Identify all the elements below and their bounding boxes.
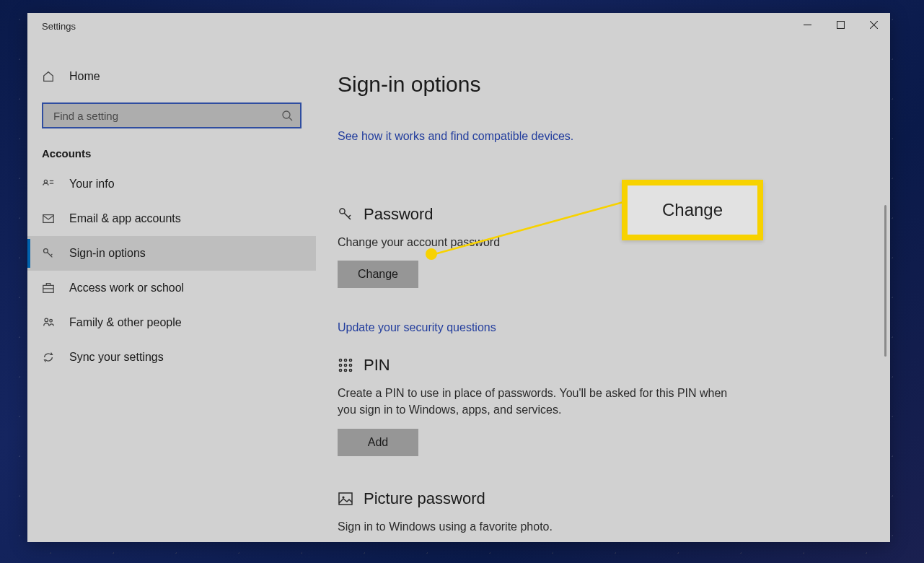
mail-icon xyxy=(42,212,55,225)
scrollbar-thumb[interactable] xyxy=(884,205,886,357)
sidebar-group-label: Accounts xyxy=(27,128,316,167)
briefcase-icon xyxy=(42,282,55,294)
sidebar: Home Accounts Your info xyxy=(27,39,316,542)
sidebar-item-sync[interactable]: Sync your settings xyxy=(27,340,316,375)
svg-point-23 xyxy=(344,370,346,372)
key-icon xyxy=(338,206,353,222)
sidebar-item-work-school[interactable]: Access work or school xyxy=(27,271,316,305)
search-wrap xyxy=(42,102,302,128)
svg-rect-9 xyxy=(43,215,53,223)
password-section-head: Password xyxy=(338,205,861,224)
callout-label: Change xyxy=(662,200,723,220)
add-pin-button[interactable]: Add xyxy=(338,429,418,456)
change-password-button[interactable]: Change xyxy=(338,261,418,288)
callout-dot xyxy=(426,248,437,260)
search-icon xyxy=(281,110,293,121)
svg-point-4 xyxy=(283,111,290,118)
svg-point-24 xyxy=(349,370,351,372)
svg-rect-25 xyxy=(339,493,352,505)
key-icon xyxy=(42,247,55,260)
window-title: Settings xyxy=(42,21,76,32)
settings-window: Settings Home xyxy=(27,13,890,542)
svg-point-6 xyxy=(44,180,47,183)
svg-point-19 xyxy=(339,365,341,367)
svg-point-21 xyxy=(349,365,351,367)
search-input[interactable] xyxy=(42,102,302,128)
person-card-icon xyxy=(42,178,55,191)
minimize-button[interactable] xyxy=(791,13,824,36)
password-heading: Password xyxy=(364,205,434,224)
sidebar-item-label: Family & other people xyxy=(69,316,182,329)
picture-password-heading: Picture password xyxy=(364,489,485,508)
sidebar-item-label: Sync your settings xyxy=(69,351,164,364)
sidebar-home[interactable]: Home xyxy=(27,61,316,92)
sidebar-item-label: Email & app accounts xyxy=(69,212,181,225)
callout-change-button: Change xyxy=(622,180,763,240)
sidebar-nav-list: Your info Email & app accounts Sign-in o… xyxy=(27,167,316,375)
compatible-devices-link[interactable]: See how it works and find compatible dev… xyxy=(338,130,573,143)
sidebar-item-family[interactable]: Family & other people xyxy=(27,305,316,340)
svg-point-16 xyxy=(339,359,341,362)
sidebar-item-label: Access work or school xyxy=(69,282,184,294)
picture-password-section-head: Picture password xyxy=(338,489,861,508)
maximize-button[interactable] xyxy=(824,13,857,36)
svg-point-17 xyxy=(344,359,346,362)
sidebar-item-label: Your info xyxy=(69,178,115,191)
sidebar-item-email-apps[interactable]: Email & app accounts xyxy=(27,201,316,236)
sidebar-item-sign-in[interactable]: Sign-in options xyxy=(27,236,316,271)
sync-icon xyxy=(42,351,55,364)
svg-line-5 xyxy=(289,118,292,121)
close-button[interactable] xyxy=(857,13,890,36)
sidebar-home-label: Home xyxy=(69,70,100,83)
sidebar-item-your-info[interactable]: Your info xyxy=(27,167,316,201)
security-questions-link[interactable]: Update your security questions xyxy=(338,321,496,334)
keypad-icon xyxy=(338,357,353,373)
titlebar: Settings xyxy=(27,13,890,39)
svg-point-22 xyxy=(339,370,341,372)
window-buttons xyxy=(791,13,890,36)
pin-section-head: PIN xyxy=(338,356,861,375)
picture-icon xyxy=(338,491,353,507)
svg-point-14 xyxy=(50,320,53,323)
svg-point-13 xyxy=(45,318,48,322)
svg-rect-1 xyxy=(837,21,844,28)
svg-point-10 xyxy=(44,249,48,253)
people-icon xyxy=(42,316,55,329)
pin-body: Create a PIN to use in place of password… xyxy=(338,385,742,418)
svg-point-20 xyxy=(344,365,346,367)
picture-password-body: Sign in to Windows using a favorite phot… xyxy=(338,518,742,535)
page-title: Sign-in options xyxy=(338,72,861,97)
content: Sign-in options See how it works and fin… xyxy=(316,39,890,542)
sidebar-item-label: Sign-in options xyxy=(69,247,146,260)
home-icon xyxy=(42,70,55,83)
svg-point-18 xyxy=(349,359,351,362)
pin-heading: PIN xyxy=(364,356,390,375)
